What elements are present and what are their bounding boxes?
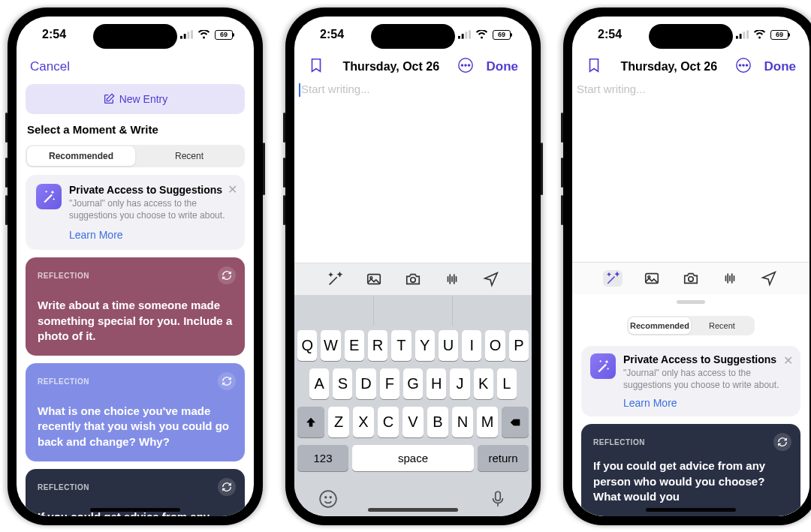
backspace-key[interactable] bbox=[502, 407, 529, 437]
home-indicator[interactable] bbox=[368, 508, 458, 512]
key-h[interactable]: H bbox=[427, 368, 446, 399]
done-button[interactable]: Done bbox=[486, 59, 518, 74]
key-d[interactable]: D bbox=[356, 368, 375, 399]
key-n[interactable]: N bbox=[452, 407, 473, 437]
svg-rect-3 bbox=[191, 30, 193, 38]
suggestions-sheet[interactable]: Recommended Recent ✕ Private Access to S… bbox=[572, 294, 809, 516]
key-r[interactable]: R bbox=[368, 330, 387, 361]
status-icons: 69 bbox=[458, 30, 511, 40]
key-f[interactable]: F bbox=[380, 368, 399, 399]
magic-wand-button[interactable] bbox=[325, 271, 345, 287]
privacy-card: ✕ Private Access to Suggestions "Journal… bbox=[26, 175, 245, 250]
done-button[interactable]: Done bbox=[764, 59, 796, 74]
svg-rect-0 bbox=[180, 36, 182, 39]
more-button[interactable] bbox=[457, 57, 474, 77]
shift-key[interactable] bbox=[297, 407, 324, 437]
segment-recommended[interactable]: Recommended bbox=[27, 146, 135, 166]
magic-wand-button[interactable] bbox=[603, 270, 623, 287]
camera-button[interactable] bbox=[403, 271, 423, 287]
segment-recent[interactable]: Recent bbox=[135, 146, 243, 166]
learn-more-link[interactable]: Learn More bbox=[69, 229, 234, 241]
reflection-prompt[interactable]: REFLECTION If you could get advice from … bbox=[581, 424, 800, 516]
camera-button[interactable] bbox=[681, 270, 701, 287]
prediction-bar[interactable] bbox=[294, 296, 532, 326]
privacy-subtitle: "Journal" only has access to the suggest… bbox=[69, 197, 234, 221]
key-g[interactable]: G bbox=[403, 368, 423, 399]
key-k[interactable]: K bbox=[474, 368, 493, 399]
segment-control[interactable]: Recommended Recent bbox=[627, 316, 755, 335]
emoji-button[interactable] bbox=[318, 489, 338, 509]
key-m[interactable]: M bbox=[477, 407, 498, 437]
key-u[interactable]: U bbox=[439, 330, 458, 361]
segment-recommended[interactable]: Recommended bbox=[629, 317, 691, 334]
key-j[interactable]: J bbox=[450, 368, 469, 399]
svg-point-11 bbox=[462, 65, 463, 66]
key-v[interactable]: V bbox=[402, 407, 424, 437]
key-s[interactable]: S bbox=[333, 368, 352, 399]
learn-more-link[interactable]: Learn More bbox=[623, 397, 791, 409]
svg-rect-7 bbox=[465, 32, 467, 38]
sheet-grabber[interactable] bbox=[677, 300, 705, 304]
key-l[interactable]: L bbox=[497, 368, 517, 399]
key-e[interactable]: E bbox=[345, 330, 364, 361]
svg-point-25 bbox=[758, 37, 761, 39]
home-indicator[interactable] bbox=[90, 508, 180, 512]
svg-point-16 bbox=[411, 278, 415, 282]
privacy-title: Private Access to Suggestions bbox=[69, 184, 234, 196]
segment-recent[interactable]: Recent bbox=[691, 317, 753, 334]
reflection-tag: REFLECTION bbox=[38, 483, 89, 491]
attachment-bar bbox=[294, 263, 532, 296]
writing-area[interactable]: Start writing... bbox=[294, 80, 532, 263]
return-key[interactable]: return bbox=[478, 445, 529, 471]
refresh-icon[interactable] bbox=[218, 372, 236, 390]
keyboard[interactable]: Q W E R T Y U I O P A S D F G H J K L bbox=[294, 326, 532, 516]
refresh-icon[interactable] bbox=[218, 478, 236, 496]
refresh-icon[interactable] bbox=[773, 433, 791, 451]
key-a[interactable]: A bbox=[309, 368, 329, 399]
reflection-prompt-2[interactable]: REFLECTION What is one choice you've mad… bbox=[26, 363, 245, 461]
key-t[interactable]: T bbox=[391, 330, 411, 361]
key-z[interactable]: Z bbox=[328, 407, 349, 437]
home-indicator[interactable] bbox=[646, 508, 736, 512]
svg-rect-22 bbox=[740, 34, 742, 39]
close-icon[interactable]: ✕ bbox=[228, 182, 237, 197]
magic-wand-app-icon bbox=[590, 353, 616, 379]
location-button[interactable] bbox=[759, 270, 779, 287]
audio-button[interactable] bbox=[720, 270, 740, 287]
key-w[interactable]: W bbox=[321, 330, 340, 361]
reflection-prompt-1[interactable]: REFLECTION Write about a time someone ma… bbox=[26, 257, 245, 356]
new-entry-button[interactable]: New Entry bbox=[26, 84, 245, 114]
privacy-subtitle: "Journal" only has access to the suggest… bbox=[623, 367, 791, 391]
key-y[interactable]: Y bbox=[415, 330, 435, 361]
key-b[interactable]: B bbox=[427, 407, 448, 437]
key-x[interactable]: X bbox=[353, 407, 374, 437]
dictation-button[interactable] bbox=[488, 489, 508, 509]
writing-placeholder: Start writing... bbox=[301, 83, 370, 95]
key-o[interactable]: O bbox=[485, 330, 505, 361]
svg-point-17 bbox=[320, 491, 336, 507]
svg-point-29 bbox=[746, 65, 748, 66]
writing-area[interactable]: Start writing... bbox=[572, 80, 809, 262]
svg-rect-6 bbox=[462, 34, 464, 39]
gallery-button[interactable] bbox=[642, 270, 662, 287]
key-c[interactable]: C bbox=[378, 407, 399, 437]
key-p[interactable]: P bbox=[509, 330, 529, 361]
bookmark-button[interactable] bbox=[308, 57, 324, 77]
key-q[interactable]: Q bbox=[297, 330, 317, 361]
svg-point-28 bbox=[743, 65, 744, 66]
more-button[interactable] bbox=[735, 57, 752, 77]
refresh-icon[interactable] bbox=[218, 266, 236, 284]
gallery-button[interactable] bbox=[364, 271, 384, 287]
key-i[interactable]: I bbox=[462, 330, 481, 361]
wifi-icon bbox=[475, 30, 488, 39]
audio-button[interactable] bbox=[442, 271, 462, 287]
close-icon[interactable]: ✕ bbox=[783, 353, 793, 368]
nav-bar: Thursday, Oct 26 Done bbox=[294, 53, 532, 80]
svg-point-19 bbox=[330, 497, 331, 498]
cancel-button[interactable]: Cancel bbox=[30, 59, 70, 74]
numbers-key[interactable]: 123 bbox=[297, 445, 348, 471]
location-button[interactable] bbox=[481, 271, 501, 287]
space-key[interactable]: space bbox=[352, 445, 474, 471]
bookmark-button[interactable] bbox=[586, 57, 602, 77]
segment-control[interactable]: Recommended Recent bbox=[26, 145, 245, 167]
